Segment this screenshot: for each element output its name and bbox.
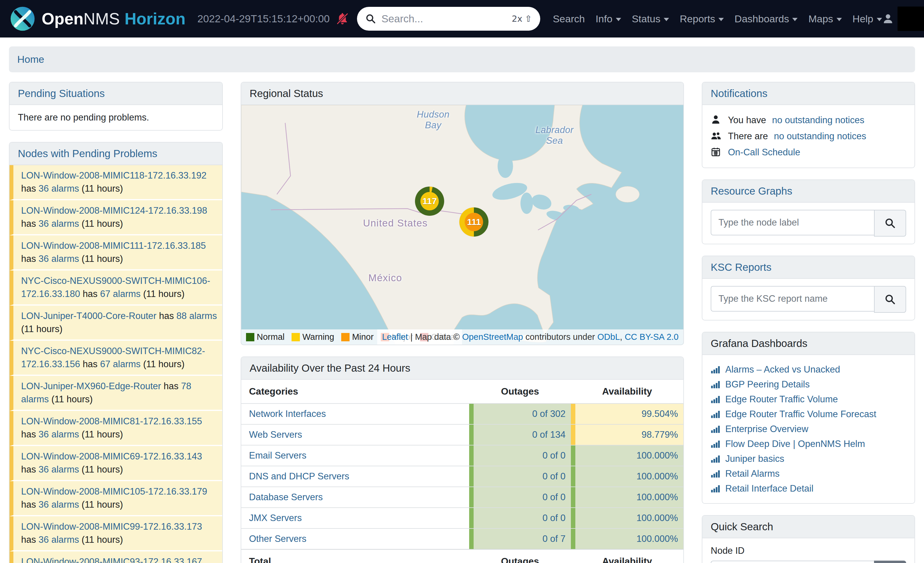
pending-node-item: LON-Juniper-T4000-Core-Router has 88 ala… [9,306,222,341]
grafana-dashboard-link[interactable]: Retail Alarms [725,468,780,479]
alarms-link[interactable]: 36 alarms [39,534,79,545]
osm-link[interactable]: OpenStreetMap [462,332,523,342]
node-link[interactable]: LON-Window-2008-MIMIC105-172.16.33.179 [21,486,207,497]
table-row: DNS and DHCP Servers 0 of 0 100.000% [241,466,683,486]
alarms-link[interactable]: 36 alarms [39,499,79,510]
category-link[interactable]: JMX Servers [249,513,302,523]
availability-value: 98.779% [571,425,683,445]
navbar-menu-item[interactable]: Info [596,13,621,25]
category-link[interactable]: Database Servers [249,492,323,503]
alarms-link[interactable]: 36 alarms [39,183,79,194]
leaflet-link[interactable]: Leaflet [382,332,408,342]
map-cluster-marker[interactable]: 111 [459,207,489,237]
node-link[interactable]: LON-Window-2008-MIMIC111-172.16.33.185 [21,240,206,251]
all-notices-link[interactable]: no outstanding notices [774,131,866,142]
grafana-dashboard-link[interactable]: Retail Interface Detail [725,483,813,494]
navbar-menu-item[interactable]: Status [632,13,669,25]
node-id-search-button[interactable] [874,561,906,563]
ksc-reports-title[interactable]: KSC Reports [711,261,771,273]
alarms-link[interactable]: 36 alarms [39,254,79,264]
resource-graphs-search-button[interactable] [874,210,906,237]
category-link[interactable]: DNS and DHCP Servers [249,471,349,482]
bar-chart-icon [711,380,721,389]
navbar-menu-item[interactable]: Maps [808,13,842,25]
node-link[interactable]: LON-Window-2008-MIMIC118-172.16.33.192 [21,170,207,181]
availability-value: 100.000% [571,508,683,528]
pending-situations-empty: There are no pending problems. [9,105,222,130]
grafana-dashboard-link[interactable]: Enterprise Overview [725,424,808,434]
alarms-link[interactable]: 36 alarms [39,464,79,474]
grafana-dashboard-link[interactable]: Juniper basics [725,453,784,464]
grafana-dashboard-item: Edge Router Traffic Volume Forecast [711,407,906,422]
category-link[interactable]: Email Servers [249,450,306,461]
alarms-link[interactable]: 88 alarms [176,311,217,321]
navbar-menu-item[interactable]: Reports [680,13,724,25]
outages-value: 0 of 0 [469,487,571,507]
ccbysa-link[interactable]: CC BY-SA 2.0 [625,332,679,342]
pending-node-item: LON-Juniper-MX960-Edge-Router has 78 ala… [9,376,222,411]
node-link[interactable]: LON-Window-2008-MIMIC99-172.16.33.173 [21,521,202,532]
category-link[interactable]: Network Interfaces [249,408,326,419]
node-link[interactable]: LON-Window-2008-MIMIC81-172.16.33.155 [21,416,202,426]
outages-value: 0 of 302 [469,404,571,424]
pending-nodes-title[interactable]: Nodes with Pending Problems [18,147,158,159]
bar-chart-icon [711,409,721,419]
grafana-dashboard-link[interactable]: BGP Peering Details [725,379,810,390]
pending-nodes-list: LON-Window-2008-MIMIC118-172.16.33.192 h… [9,165,222,563]
total-header-outages: Outages [469,549,571,563]
alarms-link[interactable]: 36 alarms [39,429,79,440]
resource-graphs-input[interactable] [711,210,874,236]
map-label-mexico: México [352,272,418,284]
oncall-schedule-link[interactable]: On-Call Schedule [728,147,800,158]
navbar-menu-item[interactable]: Search [553,13,585,25]
grafana-dashboard-link[interactable]: Alarms – Acked vs Unacked [725,364,840,375]
resource-graphs-title[interactable]: Resource Graphs [711,185,792,197]
brand-logo[interactable]: OpenNMSHorizon [10,6,186,31]
grafana-dashboard-item: BGP Peering Details [711,377,906,392]
col-header-availability: Availability [571,380,683,403]
category-link[interactable]: Other Servers [249,533,306,544]
legend-item: Warning [291,332,334,342]
regional-status-map[interactable]: Hudson Bay Labrador Sea United States Mé… [241,105,683,345]
alarms-link[interactable]: 36 alarms [39,218,79,229]
map-cluster-marker[interactable]: 117 [415,186,444,216]
ksc-reports-search-button[interactable] [874,286,906,313]
odbl-link[interactable]: ODbL [597,332,620,342]
grafana-dashboard-link[interactable]: Flow Deep Dive | OpenNMS Helm [725,438,865,449]
table-row: JMX Servers 0 of 0 100.000% [241,507,683,528]
grafana-dashboard-link[interactable]: Edge Router Traffic Volume Forecast [725,409,876,420]
chevron-down-icon [877,18,882,21]
map-label-hudson-bay: Hudson Bay [408,109,458,131]
alarms-link[interactable]: 67 alarms [100,359,140,369]
node-link[interactable]: LON-Juniper-MX960-Edge-Router [21,381,161,391]
your-notices-link[interactable]: no outstanding notices [772,115,864,126]
global-search[interactable]: Search... 2x⇧ [357,7,540,31]
ksc-reports-input[interactable] [711,286,874,312]
node-link[interactable]: LON-Window-2008-MIMIC124-172.16.33.198 [21,205,207,216]
node-id-input[interactable] [711,561,874,563]
notifications-panel: Notifications You have no outstanding no… [702,82,915,168]
breadcrumb-home-link[interactable]: Home [17,54,44,65]
pending-node-item: NYC-Cisco-NEXUS9000-SWITCH-MIMIC82-172.1… [9,341,222,376]
navbar-menu-item[interactable]: Dashboards [735,13,798,25]
quick-search-title: Quick Search [702,516,915,538]
grafana-dashboard-link[interactable]: Edge Router Traffic Volume [725,394,838,405]
notifications-title[interactable]: Notifications [711,87,768,99]
node-link[interactable]: LON-Juniper-T4000-Core-Router [21,311,156,321]
node-link[interactable]: LON-Window-2008-MIMIC69-172.16.33.143 [21,451,202,461]
navbar-menu-item[interactable]: Help [853,13,882,25]
user-icon [882,13,894,25]
map-label-united-states: United States [363,218,428,229]
username-redacted[interactable] [897,6,924,31]
pending-situations-title[interactable]: Pending Situations [18,87,105,99]
alarms-link[interactable]: 67 alarms [100,289,140,299]
grafana-dashboards-panel: Grafana Dashboards Alarms – Acked vs Una… [702,332,915,504]
bar-chart-icon [711,454,721,464]
category-link[interactable]: Web Servers [249,429,302,440]
bell-slash-icon[interactable] [336,12,349,26]
node-link[interactable]: LON-Window-2008-MIMIC93-172.16.33.167 [21,557,202,563]
total-header-label: Total [241,549,469,563]
notice-row-user: You have no outstanding notices [711,112,906,128]
breadcrumb: Home [9,47,915,72]
grafana-dashboard-item: Alarms – Acked vs Unacked [711,362,906,377]
